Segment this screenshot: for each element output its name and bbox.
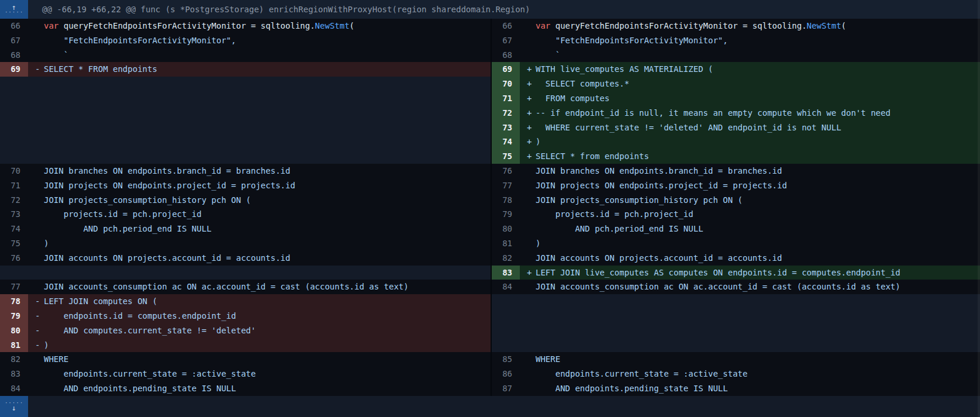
diff-cell-left: 72JOIN projects_consumption_history pch … — [0, 193, 491, 208]
code-line — [44, 135, 491, 149]
line-number[interactable]: 74 — [0, 222, 28, 236]
line-number — [492, 309, 520, 323]
diff-row: 77JOIN accounts_consumption ac ON ac.acc… — [0, 280, 980, 294]
line-number[interactable]: 75 — [0, 236, 28, 251]
diff-cell-right: 85WHERE — [491, 352, 980, 367]
diff-marker — [520, 323, 536, 338]
diff-marker — [520, 236, 536, 251]
line-number[interactable]: 68 — [0, 48, 28, 63]
line-number[interactable]: 82 — [492, 251, 520, 266]
expand-up-button[interactable]: ↑ ····· — [0, 0, 28, 19]
code-line: WHERE — [44, 352, 491, 367]
diff-marker — [520, 178, 536, 193]
diff-marker — [520, 338, 536, 353]
diff-marker — [28, 77, 44, 91]
diff-row: 70+ SELECT computes.* — [0, 77, 980, 91]
code-line: JOIN accounts ON projects.account_id = a… — [44, 251, 491, 266]
diff-row: 72JOIN projects_consumption_history pch … — [0, 193, 980, 208]
diff-cell-right: 87 AND endpoints.pending_state IS NULL — [491, 381, 980, 396]
line-number[interactable]: 68 — [492, 48, 520, 63]
code-line — [536, 323, 980, 338]
diff-marker — [28, 193, 44, 208]
line-number[interactable]: 86 — [492, 367, 520, 381]
line-number[interactable]: 71 — [0, 178, 28, 193]
line-number — [492, 323, 520, 338]
diff-cell-left: 84 AND endpoints.pending_state IS NULL — [0, 381, 491, 396]
diff-cell-left: 83 endpoints.current_state = :active_sta… — [0, 367, 491, 381]
line-number[interactable]: 67 — [0, 33, 28, 48]
diff-cell-right — [491, 309, 980, 323]
line-number[interactable]: 74 — [492, 135, 520, 149]
line-number[interactable]: 81 — [0, 338, 28, 353]
line-number[interactable]: 77 — [0, 280, 28, 294]
line-number[interactable]: 66 — [0, 19, 28, 33]
line-number[interactable]: 69 — [492, 62, 520, 77]
line-number[interactable]: 83 — [0, 367, 28, 381]
code-line: var queryFetchEndpointsForActivityMonito… — [44, 19, 491, 33]
line-number[interactable]: 71 — [492, 91, 520, 106]
diff-cell-left: 66var queryFetchEndpointsForActivityMoni… — [0, 19, 491, 33]
line-number[interactable]: 87 — [492, 381, 520, 396]
line-number[interactable]: 76 — [492, 164, 520, 178]
diff-cell-left: 76JOIN accounts ON projects.account_id =… — [0, 251, 491, 266]
expand-down-button[interactable]: ····· ↓ — [0, 396, 28, 417]
line-number[interactable]: 76 — [0, 251, 28, 266]
code-line: AND computes.current_state != 'deleted' — [44, 323, 491, 338]
line-number[interactable]: 75 — [492, 149, 520, 164]
diff-cell-left: 82WHERE — [0, 352, 491, 367]
line-number[interactable]: 79 — [492, 207, 520, 222]
line-number[interactable]: 67 — [492, 33, 520, 48]
line-number[interactable]: 78 — [492, 193, 520, 208]
line-number[interactable]: 69 — [0, 62, 28, 77]
line-number[interactable]: 66 — [492, 19, 520, 33]
line-number[interactable]: 82 — [0, 352, 28, 367]
diff-cell-left: 67 "FetchEndpointsForActivityMonitor", — [0, 33, 491, 48]
diff-cell-left — [0, 106, 491, 120]
line-number[interactable]: 77 — [492, 178, 520, 193]
line-number[interactable]: 70 — [492, 77, 520, 91]
line-number[interactable]: 70 — [0, 164, 28, 178]
line-number[interactable]: 85 — [492, 352, 520, 367]
diff-cell-left: 79- endpoints.id = computes.endpoint_id — [0, 309, 491, 323]
diff-row: 75+SELECT * from endpoints — [0, 149, 980, 164]
diff-cell-left: 68 ` — [0, 48, 491, 63]
diff-row: 70JOIN branches ON endpoints.branch_id =… — [0, 164, 980, 178]
diff-marker — [28, 19, 44, 33]
diff-marker: - — [28, 62, 44, 77]
line-number — [0, 77, 28, 91]
line-number[interactable]: 84 — [492, 280, 520, 294]
diff-cell-right: 68 ` — [491, 48, 980, 63]
code-line: ) — [536, 236, 980, 251]
line-number[interactable]: 73 — [0, 207, 28, 222]
line-number[interactable]: 72 — [492, 106, 520, 120]
code-line: JOIN accounts_consumption ac ON ac.accou… — [536, 280, 980, 294]
code-line — [536, 294, 980, 309]
line-number[interactable]: 78 — [0, 294, 28, 309]
line-number — [492, 338, 520, 353]
code-line — [44, 149, 491, 164]
line-number[interactable]: 83 — [492, 266, 520, 280]
line-number[interactable]: 72 — [0, 193, 28, 208]
line-number[interactable]: 80 — [0, 323, 28, 338]
scrollbar[interactable] — [978, 0, 980, 417]
line-number[interactable]: 80 — [492, 222, 520, 236]
line-number — [0, 149, 28, 164]
diff-cell-left: 80- AND computes.current_state != 'delet… — [0, 323, 491, 338]
diff-cell-right — [491, 338, 980, 353]
line-number — [0, 120, 28, 135]
code-line: JOIN accounts ON projects.account_id = a… — [536, 251, 980, 266]
line-number[interactable]: 73 — [492, 120, 520, 135]
diff-marker — [520, 48, 536, 63]
code-line: WHERE current_state != 'deleted' AND end… — [536, 120, 980, 135]
code-line: FROM computes — [536, 91, 980, 106]
diff-row: 69-SELECT * FROM endpoints69+WITH live_c… — [0, 62, 980, 77]
diff-cell-right: 71+ FROM computes — [491, 91, 980, 106]
line-number[interactable]: 84 — [0, 381, 28, 396]
code-line — [44, 106, 491, 120]
line-number[interactable]: 81 — [492, 236, 520, 251]
expand-down-icon: ↓ — [12, 405, 16, 411]
line-number[interactable]: 79 — [0, 309, 28, 323]
code-line: projects.id = pch.project_id — [536, 207, 980, 222]
code-line: projects.id = pch.project_id — [44, 207, 491, 222]
diff-cell-right — [491, 323, 980, 338]
